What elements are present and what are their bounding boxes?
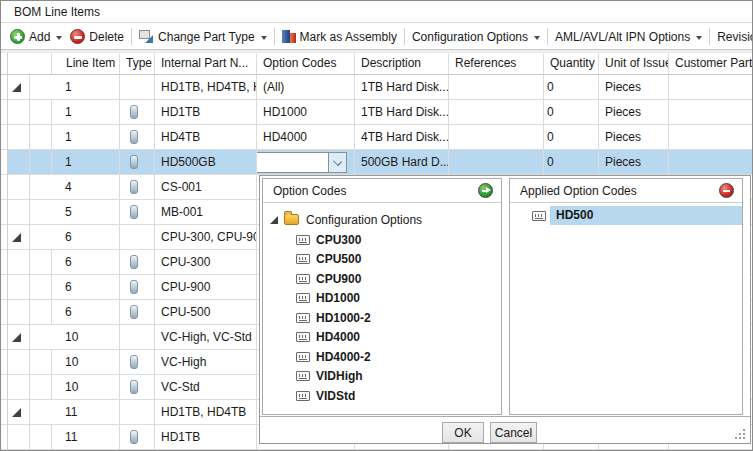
assembly-icon — [282, 30, 296, 43]
combobox-dropdown-button[interactable] — [328, 153, 346, 172]
tree-node-configuration-options[interactable]: Configuration Options — [263, 209, 501, 230]
table-row-4[interactable]: 1 HD500GB 500GB Hard D... 0 Pieces — [1, 150, 753, 175]
popup-footer: OK Cancel — [260, 416, 750, 443]
tree-item-label: CPU300 — [316, 233, 361, 247]
cell-line-item: 5 — [52, 200, 120, 225]
part-icon — [130, 280, 138, 294]
cell-description: 500GB Hard D... — [355, 150, 449, 175]
cell-description: 4TB Hard Disk... — [355, 125, 449, 150]
cell-type — [120, 175, 155, 200]
tree-item-label: HD4000-2 — [316, 350, 371, 364]
page-title: BOM Line Items — [1, 1, 752, 23]
row-expander-icon[interactable] — [12, 233, 21, 242]
tree-item-cpu900[interactable]: CPU900 — [263, 269, 501, 289]
tree-item-label: HD1000-2 — [316, 311, 371, 325]
tree-item-hd1000[interactable]: HD1000 — [263, 289, 501, 309]
row-gutter — [1, 100, 8, 125]
table-row-2[interactable]: 1 HD1TB HD1000 1TB Hard Disk... 0 Pieces — [1, 100, 753, 125]
delete-icon — [70, 29, 85, 44]
toolbar-button-aml-avl-alt-ipn-options[interactable]: AML/AVL/Alt IPN Options — [551, 26, 706, 48]
column-header-line-item[interactable]: Line Item — [52, 53, 120, 75]
tree-expander-icon[interactable] — [270, 216, 278, 224]
toolbar-button-mark-as-assembly[interactable]: Mark as Assembly — [278, 26, 401, 48]
column-header-option-codes[interactable]: Option Codes — [257, 53, 355, 75]
add-icon — [10, 29, 25, 44]
column-header-customer-part[interactable]: Customer Part — [669, 53, 753, 75]
cancel-button[interactable]: Cancel — [490, 422, 537, 443]
toolbar-button-configuration-options[interactable]: Configuration Options — [408, 26, 544, 48]
tree-item-vidstd[interactable]: VIDStd — [263, 386, 501, 406]
option-code-icon — [296, 313, 310, 323]
cell-internal-part: HD4TB — [155, 125, 257, 150]
toolbar-separator — [131, 28, 132, 45]
applied-option-codes-title: Applied Option Codes — [520, 184, 719, 198]
part-icon — [130, 180, 138, 194]
row-expander-icon[interactable] — [12, 83, 21, 92]
ok-button[interactable]: OK — [442, 422, 484, 443]
applied-panel-header: Applied Option Codes — [510, 179, 742, 203]
table-row-1[interactable]: 1 HD1TB, HD4TB, H (All) 1TB Hard Disk...… — [1, 75, 753, 100]
row-gutter — [1, 150, 8, 175]
applied-option-codes-panel: Applied Option Codes HD500 — [509, 178, 743, 415]
option-code-icon — [296, 371, 310, 381]
cell-line-item: 1 — [52, 75, 120, 100]
option-codes-combobox[interactable] — [257, 152, 347, 173]
tree-item-hd1000-2[interactable]: HD1000-2 — [263, 308, 501, 328]
toolbar-button-delete[interactable]: Delete — [66, 26, 128, 48]
toolbar-button-revision-op[interactable]: Revision Op — [713, 26, 752, 48]
toolbar-button-label: AML/AVL/Alt IPN Options — [555, 30, 690, 44]
toolbar-button-label: Mark as Assembly — [300, 30, 397, 44]
cell-references — [449, 125, 544, 150]
column-header-unit-of-issue[interactable]: Unit of Issue — [599, 53, 669, 75]
column-header-references[interactable]: References — [449, 53, 544, 75]
tree-item-cpu300[interactable]: CPU300 — [263, 230, 501, 250]
option-code-icon — [296, 274, 310, 284]
column-header-quantity[interactable]: Quantity — [544, 53, 599, 75]
dropdown-caret-icon — [261, 36, 267, 40]
cell-quantity: 0 — [544, 150, 599, 175]
cell-line-item: 11 — [52, 425, 120, 450]
tree-item-cpu500[interactable]: CPU500 — [263, 250, 501, 270]
row-expander-icon[interactable] — [12, 333, 21, 342]
toolbar-button-label: Configuration Options — [412, 30, 528, 44]
toolbar-button-label: Delete — [89, 30, 124, 44]
toolbar-button-add[interactable]: Add — [6, 26, 66, 48]
cell-internal-part: VC-Std — [155, 375, 257, 400]
tree-item-vidhigh[interactable]: VIDHigh — [263, 367, 501, 387]
column-header-type[interactable]: Type — [120, 53, 155, 75]
tree-item-hd4000-2[interactable]: HD4000-2 — [263, 347, 501, 367]
cell-customer-part — [669, 125, 753, 150]
tree-item-label: HD1000 — [316, 291, 360, 305]
row-expander-icon[interactable] — [12, 408, 21, 417]
part-icon — [130, 205, 138, 219]
cell-line-item: 1 — [52, 125, 120, 150]
option-codes-popup: Option Codes Configuration Options CPU30… — [259, 175, 751, 444]
row-gutter — [1, 325, 8, 350]
part-icon — [130, 305, 138, 319]
column-header-internal-part[interactable]: Internal Part N... — [155, 53, 257, 75]
resize-grip[interactable] — [735, 429, 746, 440]
toolbar-button-change-part-type[interactable]: Change Part Type — [135, 26, 271, 48]
tree-item-label: VIDStd — [316, 389, 355, 403]
apply-option-code-button[interactable] — [478, 183, 493, 198]
cell-quantity: 0 — [544, 100, 599, 125]
applied-option-code-hd500[interactable]: HD500 — [510, 206, 742, 225]
cell-type — [120, 300, 155, 325]
cell-line-item: 10 — [52, 375, 120, 400]
part-icon — [130, 380, 138, 394]
tree-root-label: Configuration Options — [306, 213, 422, 227]
combobox-value[interactable] — [257, 153, 328, 172]
part-icon — [130, 255, 138, 269]
cell-type — [120, 250, 155, 275]
cell-line-item: 6 — [52, 300, 120, 325]
cell-type — [120, 350, 155, 375]
tree-item-hd4000[interactable]: HD4000 — [263, 328, 501, 348]
table-row-3[interactable]: 1 HD4TB HD4000 4TB Hard Disk... 0 Pieces — [1, 125, 753, 150]
change-part-type-icon — [139, 30, 154, 43]
row-gutter-header — [1, 53, 8, 75]
option-code-icon — [532, 211, 546, 221]
remove-option-code-button[interactable] — [719, 183, 734, 198]
column-header-description[interactable]: Description — [355, 53, 449, 75]
cell-line-item: 4 — [52, 175, 120, 200]
cell-type — [120, 100, 155, 125]
